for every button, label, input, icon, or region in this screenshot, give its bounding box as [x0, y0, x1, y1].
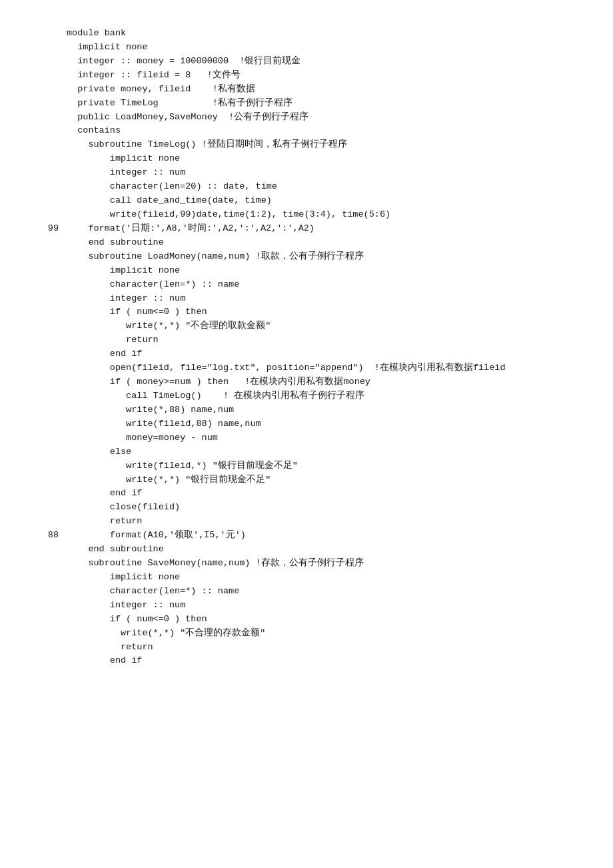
code-line: subroutine TimeLog() !登陆日期时间，私有子例行子程序	[40, 138, 613, 152]
line-text: if ( num<=0 ) then	[67, 305, 613, 319]
line-text: implicit none	[67, 152, 613, 166]
code-line: close(fileid)	[40, 501, 613, 515]
code-line: write(*,*) "银行目前现金不足"	[40, 473, 613, 487]
line-text: return	[67, 333, 613, 347]
line-text: close(fileid)	[67, 501, 613, 515]
code-line: end subroutine	[40, 543, 613, 557]
code-container: module bank implicit none integer :: mon…	[40, 27, 613, 668]
line-text: subroutine SaveMoney(name,num) !存款，公有子例行…	[67, 557, 613, 571]
line-number: 99	[40, 222, 67, 236]
line-text: call TimeLog() ! 在模块内引用私有子例行子程序	[67, 389, 613, 403]
line-text: end subroutine	[67, 236, 613, 250]
code-line: if ( num<=0 ) then	[40, 613, 613, 627]
code-line: private money, fileid !私有数据	[40, 83, 613, 97]
line-text: implicit none	[67, 264, 613, 278]
code-line: write(fileid,88) name,num	[40, 417, 613, 431]
line-number: 88	[40, 529, 67, 543]
line-text: character(len=*) :: name	[67, 585, 613, 599]
code-line: implicit none	[40, 571, 613, 585]
line-text: end if	[67, 654, 613, 668]
code-line: if ( num<=0 ) then	[40, 305, 613, 319]
code-line: end subroutine	[40, 236, 613, 250]
line-text: return	[67, 515, 613, 529]
line-text: write(fileid,99)date,time(1:2), time(3:4…	[67, 208, 613, 222]
code-line: character(len=20) :: date, time	[40, 180, 613, 194]
line-text: integer :: num	[67, 166, 613, 180]
code-line: integer :: num	[40, 166, 613, 180]
code-line: subroutine SaveMoney(name,num) !存款，公有子例行…	[40, 557, 613, 571]
code-line: end if	[40, 347, 613, 361]
line-text: write(*,*) "不合理的取款金额"	[67, 319, 613, 333]
line-text: integer :: fileid = 8 !文件号	[67, 69, 613, 83]
line-text: private money, fileid !私有数据	[67, 83, 613, 97]
line-text: module bank	[67, 27, 613, 41]
code-line: write(*,88) name,num	[40, 403, 613, 417]
code-line: write(*,*) "不合理的取款金额"	[40, 319, 613, 333]
line-text: integer :: num	[67, 292, 613, 306]
code-line: if ( money>=num ) then !在模块内引用私有数据money	[40, 375, 613, 389]
code-line: implicit none	[40, 41, 613, 55]
line-text: end if	[67, 487, 613, 501]
code-line: write(fileid,99)date,time(1:2), time(3:4…	[40, 208, 613, 222]
line-text: integer :: money = 100000000 !银行目前现金	[67, 55, 613, 69]
line-text: character(len=20) :: date, time	[67, 180, 613, 194]
line-text: money=money - num	[67, 431, 613, 445]
line-text: end subroutine	[67, 543, 613, 557]
line-text: private TimeLog !私有子例行子程序	[67, 97, 613, 111]
code-line: 88 format(A10,'领取',I5,'元')	[40, 529, 613, 543]
code-line: return	[40, 641, 613, 655]
code-line: public LoadMoney,SaveMoney !公有子例行子程序	[40, 111, 613, 125]
code-line: character(len=*) :: name	[40, 278, 613, 292]
code-line: call TimeLog() ! 在模块内引用私有子例行子程序	[40, 389, 613, 403]
line-text: end if	[67, 347, 613, 361]
line-text: subroutine TimeLog() !登陆日期时间，私有子例行子程序	[67, 138, 613, 152]
code-line: write(*,*) "不合理的存款金额"	[40, 627, 613, 641]
line-text: format(A10,'领取',I5,'元')	[67, 529, 613, 543]
line-text: integer :: num	[67, 599, 613, 613]
code-line: subroutine LoadMoney(name,num) !取款，公有子例行…	[40, 250, 613, 264]
line-text: public LoadMoney,SaveMoney !公有子例行子程序	[67, 111, 613, 125]
code-line: private TimeLog !私有子例行子程序	[40, 97, 613, 111]
code-line: character(len=*) :: name	[40, 585, 613, 599]
code-line: end if	[40, 487, 613, 501]
code-line: implicit none	[40, 264, 613, 278]
line-text: call date_and_time(date, time)	[67, 194, 613, 208]
code-line: write(fileid,*) "银行目前现金不足"	[40, 459, 613, 473]
line-text: write(fileid,*) "银行目前现金不足"	[67, 459, 613, 473]
code-line: module bank	[40, 27, 613, 41]
code-line: open(fileid, file="log.txt", position="a…	[40, 361, 613, 375]
line-text: contains	[67, 124, 613, 138]
line-text: write(*,88) name,num	[67, 403, 613, 417]
code-line: 99 format('日期:',A8,'时间:',A2,':',A2,':',A…	[40, 222, 613, 236]
code-line: return	[40, 333, 613, 347]
code-line: return	[40, 515, 613, 529]
code-line: call date_and_time(date, time)	[40, 194, 613, 208]
line-text: subroutine LoadMoney(name,num) !取款，公有子例行…	[67, 250, 613, 264]
code-line: money=money - num	[40, 431, 613, 445]
line-text: implicit none	[67, 571, 613, 585]
line-text: character(len=*) :: name	[67, 278, 613, 292]
line-text: if ( num<=0 ) then	[67, 613, 613, 627]
line-text: format('日期:',A8,'时间:',A2,':',A2,':',A2)	[67, 222, 613, 236]
line-text: implicit none	[67, 41, 613, 55]
code-line: integer :: money = 100000000 !银行目前现金	[40, 55, 613, 69]
line-text: return	[67, 641, 613, 655]
line-text: else	[67, 445, 613, 459]
line-text: open(fileid, file="log.txt", position="a…	[67, 361, 613, 375]
code-line: contains	[40, 124, 613, 138]
code-line: integer :: num	[40, 292, 613, 306]
code-line: implicit none	[40, 152, 613, 166]
line-text: write(*,*) "银行目前现金不足"	[67, 473, 613, 487]
code-line: else	[40, 445, 613, 459]
code-line: integer :: num	[40, 599, 613, 613]
line-text: if ( money>=num ) then !在模块内引用私有数据money	[67, 375, 613, 389]
line-text: write(*,*) "不合理的存款金额"	[67, 627, 613, 641]
line-text: write(fileid,88) name,num	[67, 417, 613, 431]
code-line: end if	[40, 654, 613, 668]
code-line: integer :: fileid = 8 !文件号	[40, 69, 613, 83]
